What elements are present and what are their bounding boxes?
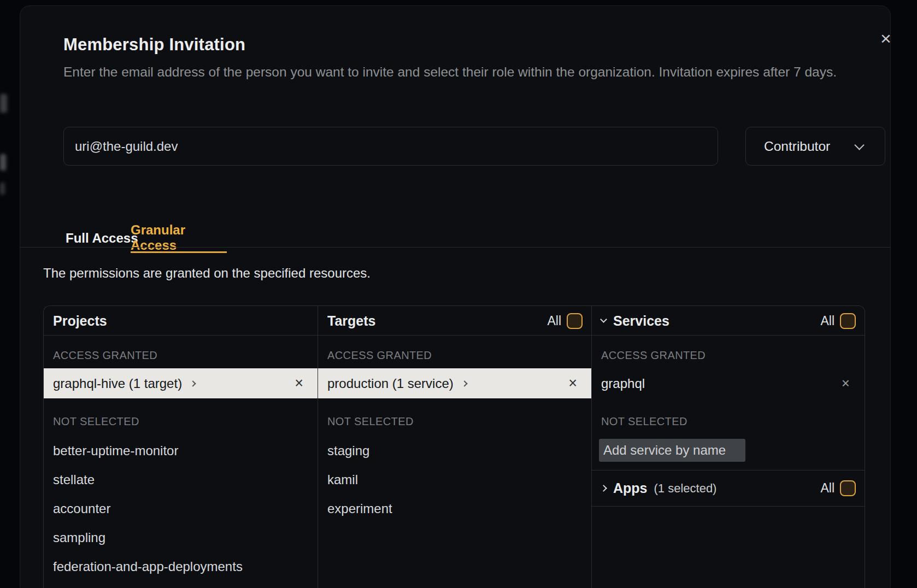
project-list-item[interactable]: accounter [44,495,318,523]
add-service-input[interactable] [599,439,745,462]
resources-table: Projects Targets All Services All [43,305,865,588]
services-not-selected-label: NOT SELECTED [592,411,865,431]
services-header: Services [613,313,669,329]
project-list-item[interactable]: stellate [44,466,318,494]
chevron-down-icon [854,140,864,150]
project-list-item[interactable]: better-uptime-monitor [44,437,318,465]
services-all-label: All [820,314,834,328]
table-header-row: Projects Targets All Services All [44,306,865,336]
targets-header: Targets [327,313,375,329]
services-granted-row[interactable]: graphql × [592,368,865,398]
target-list-item[interactable]: kamil [318,466,591,494]
projects-header-cell: Projects [44,306,318,336]
apps-selected-count: (1 selected) [654,481,717,496]
background-artifact [0,183,5,195]
background-artifact [0,94,7,113]
targets-all-label: All [547,314,561,328]
target-list-item[interactable]: staging [318,437,591,465]
project-list-item[interactable]: sampling [44,524,318,552]
targets-header-cell: Targets All [318,306,591,336]
chevron-right-icon [461,380,467,386]
background-artifact [0,154,6,170]
apps-accordion-row[interactable]: Apps (1 selected) All [592,470,865,507]
targets-selected-row[interactable]: production (1 service) × [318,368,591,398]
targets-not-selected-label: NOT SELECTED [318,411,591,431]
services-header-cell[interactable]: Services All [592,306,865,336]
services-access-granted-label: ACCESS GRANTED [592,345,865,365]
projects-access-granted-label: ACCESS GRANTED [44,345,318,365]
apps-header: Apps [613,480,648,496]
projects-selected-row[interactable]: graphql-hive (1 target) × [44,368,318,398]
projects-not-selected-label: NOT SELECTED [44,411,318,431]
tabs-divider [20,247,891,248]
chevron-right-icon [190,380,196,386]
dialog-description: Enter the email address of the person yo… [63,61,846,83]
permissions-note: The permissions are granted on the speci… [43,266,371,281]
role-select-value: Contributor [764,139,830,154]
role-select[interactable]: Contributor [745,127,885,166]
invite-email-input[interactable] [63,127,718,166]
chevron-right-icon [600,485,607,492]
targets-selected-label: production (1 service) [327,376,454,391]
chevron-down-icon [600,316,607,323]
remove-project-icon[interactable]: × [295,375,303,392]
membership-invitation-screen: × Membership Invitation Enter the email … [0,0,917,588]
close-icon[interactable]: × [877,29,895,48]
remove-target-icon[interactable]: × [568,375,577,392]
remove-service-icon[interactable]: × [842,375,850,392]
target-list-item[interactable]: experiment [318,495,591,523]
apps-all-label: All [820,481,834,496]
apps-all-checkbox[interactable] [840,480,856,496]
tab-granular-access[interactable]: Granular Access [131,224,227,253]
tab-full-access[interactable]: Full Access [66,224,138,253]
services-granted-label: graphql [601,376,645,391]
dialog-title: Membership Invitation [63,35,245,55]
project-list-item[interactable]: federation-and-app-deployments [44,552,318,581]
projects-selected-label: graphql-hive (1 target) [53,376,182,391]
services-all-checkbox[interactable] [840,313,856,329]
targets-access-granted-label: ACCESS GRANTED [318,345,591,365]
targets-all-checkbox[interactable] [567,313,583,329]
projects-header: Projects [53,313,107,329]
